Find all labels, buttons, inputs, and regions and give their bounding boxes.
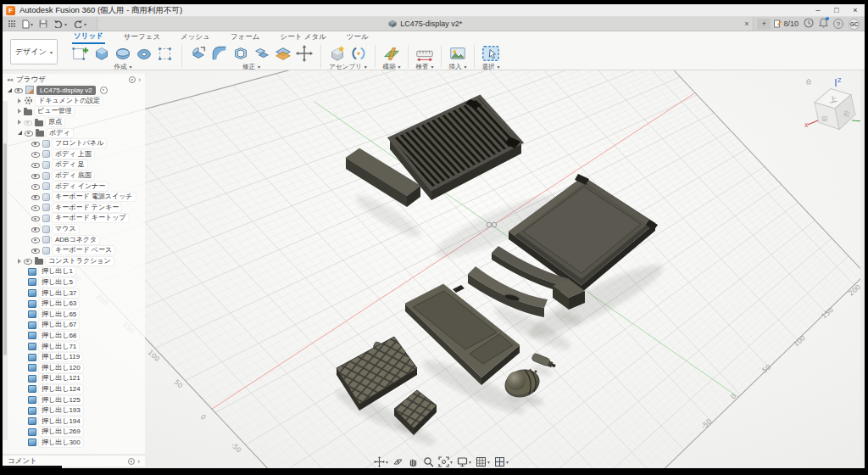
tree-body-row[interactable]: フロントパネル — [3, 138, 145, 149]
group-label-assemble[interactable]: アセンブリ ▾ — [327, 63, 369, 71]
tree-body-row[interactable]: ボディ 足 — [3, 159, 145, 170]
save-icon[interactable] — [39, 20, 47, 28]
tree-feature-row[interactable]: 押し出し63 — [3, 299, 145, 310]
tree-feature-row[interactable]: 押し出し65 — [3, 309, 145, 320]
press-pull-icon[interactable] — [188, 43, 209, 64]
notifications-bell-icon[interactable] — [819, 18, 828, 30]
document-tab[interactable]: LC475-display v2* × — [97, 17, 754, 31]
tree-body-row[interactable]: マウス — [3, 224, 145, 235]
revolve-icon[interactable] — [113, 43, 133, 64]
tab-solid[interactable]: ソリッド — [72, 31, 105, 44]
fit-view-icon[interactable]: ▾ — [438, 456, 453, 467]
select-icon[interactable] — [481, 43, 501, 64]
browser-header[interactable]: ◂◂ ブラウザ › — [3, 74, 145, 85]
app-grid-icon[interactable] — [8, 20, 16, 28]
tree-body-row[interactable]: キーボード キートップ — [3, 213, 145, 224]
tree-body-row[interactable]: ボディ 底面 — [3, 170, 145, 182]
redo-icon[interactable]: ▾ — [73, 20, 86, 28]
tree-feature-row[interactable]: 押し出し120 — [3, 362, 145, 373]
grid-snap-icon[interactable]: ▾ — [476, 456, 490, 467]
construction-plane-icon[interactable] — [381, 43, 402, 64]
insert-canvas-icon[interactable] — [448, 43, 468, 64]
tree-feature-row[interactable]: 押し出し5 — [3, 277, 145, 288]
orbit-icon[interactable]: ▾ — [374, 456, 388, 467]
tree-root[interactable]: LC475-display v2 — [3, 85, 145, 96]
workspace-selector[interactable]: デザイン▾ — [10, 39, 58, 64]
pan-icon[interactable] — [408, 456, 419, 467]
document-counter-badge[interactable]: 8/10 — [774, 20, 798, 28]
tree-item-document-settings[interactable]: ドキュメントの設定 — [3, 96, 145, 107]
move-copy-icon[interactable] — [294, 43, 314, 64]
tab-form[interactable]: フォーム — [229, 31, 262, 43]
activate-component-radio[interactable] — [100, 87, 108, 94]
browser-scrollbar[interactable] — [3, 101, 8, 440]
group-label-select[interactable]: 選択 ▾ — [481, 63, 501, 71]
group-label-construct[interactable]: 構築 ▾ — [381, 63, 402, 71]
new-tab-button[interactable]: + — [757, 19, 771, 30]
tree-feature-row[interactable]: 押し出し300 — [3, 438, 145, 449]
joint-icon[interactable] — [348, 43, 369, 64]
fillet-icon[interactable] — [209, 43, 230, 64]
help-icon[interactable]: ? — [833, 19, 843, 29]
tab-surface[interactable]: サーフェス — [122, 31, 162, 43]
tree-feature-row[interactable]: 押し出し194 — [3, 416, 145, 427]
file-menu-icon[interactable]: ▾ — [22, 20, 33, 29]
group-label-modify[interactable]: 修正 ▾ — [188, 63, 314, 71]
extrude-feature-icon — [28, 268, 36, 276]
primitive-box-icon[interactable] — [155, 43, 175, 64]
job-status-icon[interactable] — [804, 18, 814, 30]
group-label-inspect[interactable]: 検査 ▾ — [415, 63, 435, 71]
tab-sheetmetal[interactable]: シート メタル — [279, 31, 328, 43]
sweep-icon[interactable] — [134, 43, 154, 64]
view-cube[interactable]: 上 前 右 X Y Z — [801, 76, 865, 137]
viewports-icon[interactable]: ▾ — [494, 456, 509, 467]
tab-close-icon[interactable]: × — [744, 20, 748, 28]
browser-collapse-icon[interactable]: › — [138, 75, 141, 84]
tree-item-bodies-folder[interactable]: ボディ — [3, 127, 145, 138]
svg-text:-50: -50 — [230, 441, 243, 455]
tree-feature-row[interactable]: 押し出し1 — [3, 266, 145, 277]
viewcube-front-face[interactable]: 前 — [821, 115, 829, 123]
tab-tools[interactable]: ツール — [345, 31, 370, 43]
tree-feature-row[interactable]: 押し出し269 — [3, 427, 145, 438]
tree-feature-row[interactable]: 押し出し68 — [3, 331, 145, 342]
tree-body-row[interactable]: キーボード 電源スイッチ — [3, 192, 145, 203]
close-button[interactable]: × — [846, 4, 865, 17]
tab-mesh[interactable]: メッシュ — [179, 31, 212, 43]
tree-item-origin[interactable]: 原点 — [3, 117, 145, 128]
tree-feature-row[interactable]: 押し出し125 — [3, 394, 145, 405]
user-avatar[interactable]: GC — [849, 19, 860, 30]
minimize-button[interactable]: – — [809, 4, 827, 17]
new-component-icon[interactable] — [327, 43, 348, 64]
tree-feature-row[interactable]: 押し出し193 — [3, 405, 145, 416]
tree-item-construction-folder[interactable]: コンストラクション — [3, 256, 145, 267]
tree-feature-row[interactable]: 押し出し37 — [3, 288, 145, 299]
extrude-icon[interactable] — [92, 43, 112, 64]
tree-body-row[interactable]: キーボード ベース — [3, 245, 145, 256]
browser-filter-icon[interactable] — [129, 76, 136, 83]
undo-icon[interactable]: ▾ — [53, 20, 67, 28]
tree-body-row[interactable]: ボディ インナー — [3, 181, 145, 192]
measure-icon[interactable] — [415, 43, 435, 64]
shell-icon[interactable] — [231, 43, 251, 64]
comments-expand-icon[interactable]: › — [137, 457, 140, 466]
create-sketch-icon[interactable] — [70, 43, 91, 64]
maximize-button[interactable]: □ — [827, 4, 846, 17]
tree-feature-row[interactable]: 押し出し71 — [3, 341, 145, 352]
tree-feature-row[interactable]: 押し出し121 — [3, 373, 145, 384]
tree-body-row[interactable]: キーボード テンキー — [3, 203, 145, 214]
combine-icon[interactable] — [252, 43, 272, 64]
look-at-icon[interactable] — [392, 456, 403, 467]
tree-body-row[interactable]: ADBコネクタ — [3, 234, 145, 245]
comments-bar[interactable]: コメント › — [3, 455, 145, 467]
display-settings-icon[interactable]: ▾ — [457, 456, 471, 467]
group-label-create[interactable]: 作成 ▾ — [70, 63, 175, 71]
tree-feature-row[interactable]: 押し出し119 — [3, 352, 145, 363]
tree-feature-row[interactable]: 押し出し124 — [3, 384, 145, 395]
group-label-insert[interactable]: 挿入 ▾ — [448, 63, 468, 71]
tree-item-view-management[interactable]: ビュー管理 — [3, 106, 145, 117]
zoom-icon[interactable] — [423, 456, 434, 467]
tree-feature-row[interactable]: 押し出し67 — [3, 320, 145, 331]
split-body-icon[interactable] — [273, 43, 293, 64]
tree-body-row[interactable]: ボディ 上面 — [3, 149, 145, 160]
